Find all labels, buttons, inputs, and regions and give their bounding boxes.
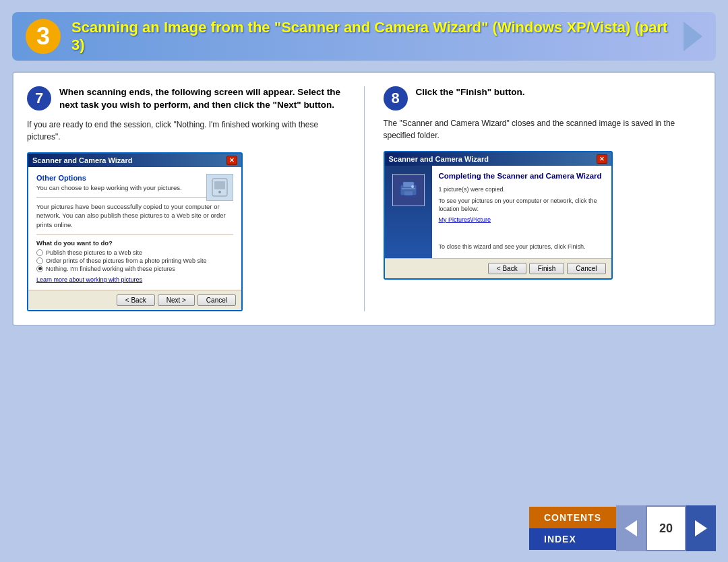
dialog7-copy-text: Your pictures have been successfully cop… (36, 202, 233, 229)
dialog8-sidebar (385, 166, 432, 258)
dialog7-divider2 (36, 235, 233, 235)
dialog7-footer: < Back Next > Cancel (28, 290, 241, 310)
dialog8-finish-btn[interactable]: Finish (529, 263, 565, 274)
dialog7-link[interactable]: Learn more about working with pictures (36, 276, 233, 283)
dialog7-option3[interactable]: Nothing. I'm finished working with these… (36, 266, 233, 272)
svg-rect-5 (404, 191, 413, 195)
dialog7-intro: You can choose to keep working with your… (36, 183, 233, 192)
radio1-label: Publish these pictures to a Web site (46, 249, 142, 256)
dialog7-titlebar: Scanner and Camera Wizard ✕ (28, 154, 241, 167)
dialog7-btns: ✕ (226, 156, 237, 165)
dialog7-option2[interactable]: Order prints of these pictures from a ph… (36, 257, 233, 264)
dialog7-question: What do you want to do? (36, 239, 233, 247)
svg-point-7 (411, 185, 414, 188)
dialog8-final: To close this wizard and see your pictur… (439, 243, 605, 250)
step7-dialog: Scanner and Camera Wizard ✕ Other Option… (27, 152, 243, 311)
nav-contents-button[interactable]: CONTENTS (529, 507, 616, 528)
header-step-number: 3 (26, 19, 61, 54)
step8-number: 8 (384, 86, 408, 111)
dialog8-close-btn[interactable]: ✕ (597, 154, 607, 164)
nav-index-button[interactable]: INDEX (529, 528, 616, 550)
dialog8-btns: ✕ (597, 154, 607, 164)
radio2-label: Order prints of these pictures from a ph… (46, 257, 206, 264)
radio3-dot (36, 266, 43, 272)
header-arrow-icon (684, 22, 702, 51)
nav-next-button[interactable] (686, 505, 716, 551)
bottom-navigation: CONTENTS INDEX 20 (529, 505, 716, 551)
page-header: 3 Scanning an Image from the "Scanner an… (12, 12, 716, 61)
dialog7-title: Scanner and Camera Wizard (32, 156, 132, 164)
dialog7-section-title: Other Options (36, 174, 233, 182)
section-divider (364, 86, 365, 311)
radio3-label: Nothing. I'm finished working with these… (46, 266, 175, 272)
main-content: 7 When scanning ends, the following scre… (12, 71, 716, 326)
step8-header: 8 Click the "Finish" button. (384, 86, 702, 111)
dialog7-content: Other Options You can choose to keep wor… (28, 167, 241, 290)
header-title: Scanning an Image from the "Scanner and … (71, 19, 684, 54)
dialog7-cancel-btn[interactable]: Cancel (198, 294, 236, 306)
prev-arrow-icon (625, 520, 637, 536)
dialog8-cancel-btn[interactable]: Cancel (567, 263, 605, 274)
step8-title: Click the "Finish" button. (416, 86, 525, 99)
dialog8-text1: 1 picture(s) were copied. (439, 185, 605, 194)
dialog7-next-btn[interactable]: Next > (158, 294, 195, 306)
dialog7-back-btn[interactable]: < Back (117, 294, 155, 306)
dialog8-titlebar: Scanner and Camera Wizard ✕ (385, 152, 611, 166)
dialog8-text2: To see your pictures on your computer or… (439, 197, 605, 214)
dialog8-footer: < Back Finish Cancel (385, 258, 611, 278)
dialog7-option1[interactable]: Publish these pictures to a Web site (36, 249, 233, 256)
step7-header: 7 When scanning ends, the following scre… (27, 86, 345, 112)
dialog8-completion-title: Completing the Scanner and Camera Wizard (439, 171, 605, 181)
step7-body: If you are ready to end the session, cli… (27, 119, 345, 143)
svg-rect-1 (214, 181, 225, 189)
nav-prev-button[interactable] (616, 505, 646, 551)
next-arrow-icon (695, 520, 707, 536)
step7-number: 7 (27, 86, 51, 111)
right-section: 8 Click the "Finish" button. The "Scanne… (384, 86, 702, 311)
dialog8-link[interactable]: My Pictures\Picture (439, 216, 605, 223)
nav-buttons-stack: CONTENTS INDEX (529, 507, 616, 550)
svg-point-2 (218, 191, 221, 193)
dialog7-divider1 (36, 197, 233, 198)
step7-title: When scanning ends, the following screen… (59, 86, 345, 112)
dialog7-close-btn[interactable]: ✕ (226, 156, 237, 165)
step8-dialog: Scanner and Camera Wizard ✕ (384, 151, 613, 280)
dialog8-body: Completing the Scanner and Camera Wizard… (385, 166, 611, 258)
left-section: 7 When scanning ends, the following scre… (27, 86, 345, 311)
dialog7-thumb (206, 174, 233, 201)
dialog8-main: Completing the Scanner and Camera Wizard… (432, 166, 611, 258)
step8-body: The "Scanner and Camera Wizard" closes a… (384, 117, 702, 142)
dialog8-back-btn[interactable]: < Back (488, 263, 526, 274)
radio1-dot (36, 249, 43, 256)
dialog8-title: Scanner and Camera Wizard (389, 155, 489, 163)
nav-page-number: 20 (646, 505, 686, 551)
radio2-dot (36, 257, 43, 264)
completion-icon-box (392, 174, 425, 206)
